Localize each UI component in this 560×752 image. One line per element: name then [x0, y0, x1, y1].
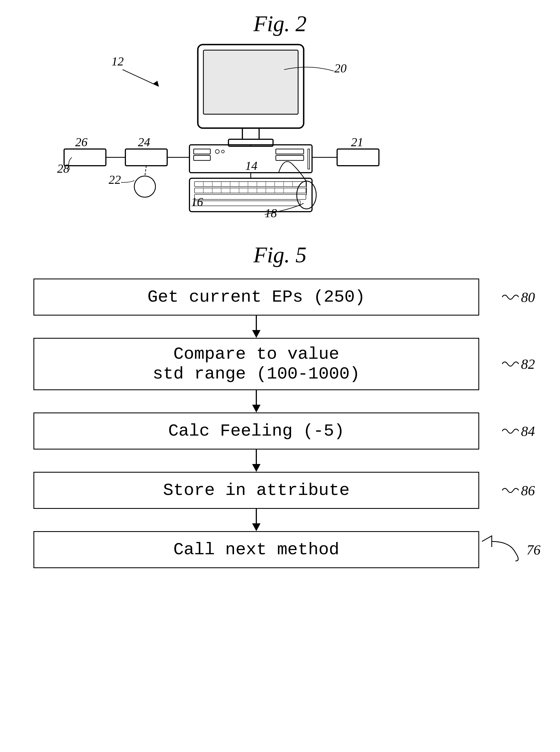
svg-rect-9 [276, 149, 304, 154]
flow-box-wrapper-82: Compare to value std range (100-1000) 82 [34, 338, 479, 390]
flow-box-86-text: Store in attribute [163, 481, 349, 500]
svg-rect-6 [194, 156, 211, 160]
svg-line-49 [123, 69, 159, 86]
flow-label-76: 76 [526, 542, 540, 558]
flow-box-wrapper-76: Call next method 76 [34, 531, 479, 568]
flow-box-82: Compare to value std range (100-1000) [34, 338, 479, 390]
flow-label-80: 80 [521, 289, 535, 305]
flow-box-82-line1: Compare to value [45, 344, 467, 364]
wavy-line-86 [502, 484, 519, 497]
svg-text:16: 16 [191, 195, 203, 209]
flow-box-80: Get current EPs (250) [34, 279, 479, 316]
flow-box-84: Calc Feeling (-5) [34, 412, 479, 449]
svg-rect-13 [195, 182, 306, 187]
svg-rect-42 [64, 149, 106, 166]
svg-rect-11 [308, 149, 309, 169]
flow-box-wrapper-84: Calc Feeling (-5) 84 [34, 412, 479, 449]
flow-box-86: Store in attribute [34, 472, 479, 509]
flow-label-86: 86 [521, 482, 535, 499]
svg-point-8 [221, 150, 224, 153]
wavy-line-82 [502, 357, 519, 371]
flow-label-82: 82 [521, 356, 535, 372]
fig2-title: Fig. 2 [0, 11, 560, 37]
flow-box-82-line2: std range (100-1000) [45, 364, 467, 384]
svg-line-45 [145, 166, 146, 176]
flowchart: Get current EPs (250) 80 Compare to valu… [34, 279, 479, 568]
svg-text:24: 24 [138, 135, 150, 149]
svg-rect-10 [276, 156, 304, 160]
flow-box-wrapper-80: Get current EPs (250) 80 [34, 279, 479, 316]
svg-rect-1 [203, 50, 298, 114]
svg-text:28: 28 [57, 162, 69, 176]
arrow-3 [34, 449, 479, 472]
arrow-2 [34, 390, 479, 412]
svg-marker-67 [252, 523, 260, 531]
svg-marker-50 [153, 81, 159, 86]
flow-box-wrapper-86: Store in attribute 86 [34, 472, 479, 509]
svg-rect-2 [242, 128, 259, 139]
wavy-line-84 [502, 424, 519, 438]
svg-text:12: 12 [112, 55, 124, 68]
svg-text:22: 22 [109, 173, 121, 187]
flow-box-84-text: Calc Feeling (-5) [168, 421, 345, 441]
fig2-diagram: 12 20 14 16 18 22 24 26 2 [42, 36, 515, 226]
svg-point-44 [134, 176, 156, 197]
page: Fig. 2 [0, 0, 560, 752]
arrow-1 [34, 316, 479, 338]
svg-rect-15 [195, 195, 306, 199]
svg-rect-16 [195, 201, 300, 206]
svg-marker-65 [252, 464, 260, 472]
svg-text:14: 14 [245, 159, 257, 173]
flow-box-80-text: Get current EPs (250) [147, 287, 365, 307]
svg-rect-5 [194, 149, 211, 154]
svg-rect-12 [189, 178, 312, 212]
svg-rect-46 [337, 149, 379, 166]
fig5-title: Fig. 5 [0, 242, 560, 268]
wavy-line-80 [502, 290, 519, 304]
flow-label-84: 84 [521, 423, 535, 439]
svg-marker-61 [252, 330, 260, 338]
svg-rect-40 [125, 149, 167, 166]
arrow-4 [34, 509, 479, 531]
svg-text:21: 21 [351, 135, 363, 149]
flow-box-call-next-text: Call next method [173, 540, 339, 560]
back-arrow-76 [476, 533, 532, 567]
svg-text:20: 20 [334, 62, 346, 75]
svg-text:26: 26 [75, 135, 87, 149]
svg-point-7 [215, 149, 219, 154]
svg-marker-63 [252, 405, 260, 412]
flow-box-call-next: Call next method [34, 531, 479, 568]
svg-rect-14 [195, 188, 306, 193]
